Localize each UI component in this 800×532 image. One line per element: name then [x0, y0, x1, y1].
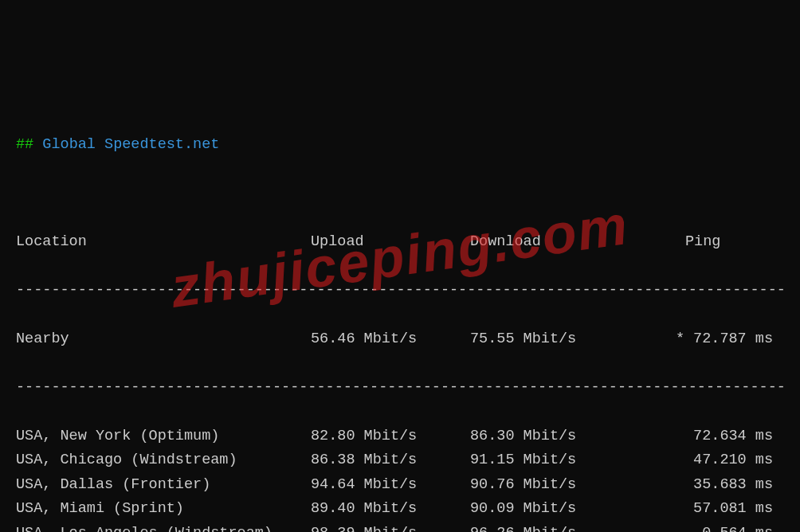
title-hash: ## — [16, 136, 33, 153]
terminal-output: ## Global Speedtest.net LocationUploadDo… — [16, 108, 784, 532]
row-ping: 35.683 ms — [629, 473, 789, 498]
row-ping: 0.564 ms — [629, 522, 789, 532]
table-row: USA, Miami (Sprint)89.40 Mbit/s90.09 Mbi… — [16, 497, 784, 522]
row-upload: 82.80 Mbit/s — [311, 424, 470, 449]
row-location: USA, Los Angeles (Windstream) — [16, 522, 311, 532]
nearby-download: 75.55 Mbit/s — [470, 327, 629, 352]
row-ping: 57.081 ms — [629, 497, 789, 522]
nearby-ping: * 72.787 ms — [629, 327, 789, 352]
row-upload: 86.38 Mbit/s — [311, 448, 470, 473]
table-row: USA, Chicago (Windstream)86.38 Mbit/s91.… — [16, 448, 784, 473]
nearby-row: Nearby56.46 Mbit/s75.55 Mbit/s* 72.787 m… — [16, 327, 784, 352]
table-row: USA, Dallas (Frontier)94.64 Mbit/s90.76 … — [16, 473, 784, 498]
header-location: Location — [16, 230, 311, 255]
table-row: USA, New York (Optimum)82.80 Mbit/s86.30… — [16, 424, 784, 449]
row-location: USA, Miami (Sprint) — [16, 497, 311, 522]
title-text: Global Speedtest.net — [42, 136, 219, 153]
row-location: USA, Dallas (Frontier) — [16, 473, 311, 498]
table-row: USA, Los Angeles (Windstream)98.39 Mbit/… — [16, 522, 784, 532]
row-location: USA, Chicago (Windstream) — [16, 448, 311, 473]
header-upload: Upload — [311, 230, 470, 255]
row-download: 90.76 Mbit/s — [470, 473, 629, 498]
separator-line: ----------------------------------------… — [16, 279, 784, 303]
header-download: Download — [470, 230, 629, 255]
nearby-upload: 56.46 Mbit/s — [311, 327, 470, 352]
nearby-location: Nearby — [16, 327, 311, 352]
row-location: USA, New York (Optimum) — [16, 424, 311, 449]
title-line: ## Global Speedtest.net — [16, 133, 784, 158]
separator-line: ----------------------------------------… — [16, 376, 784, 401]
row-download: 86.30 Mbit/s — [470, 424, 629, 449]
row-upload: 89.40 Mbit/s — [311, 497, 470, 522]
blank-line — [16, 182, 784, 206]
header-row: LocationUploadDownloadPing — [16, 230, 784, 255]
row-upload: 94.64 Mbit/s — [311, 473, 470, 498]
row-download: 90.09 Mbit/s — [470, 497, 629, 522]
row-upload: 98.39 Mbit/s — [311, 522, 470, 532]
row-ping: 47.210 ms — [629, 448, 789, 473]
row-download: 96.26 Mbit/s — [470, 522, 629, 532]
header-ping: Ping — [629, 230, 789, 255]
row-ping: 72.634 ms — [629, 424, 789, 449]
row-download: 91.15 Mbit/s — [470, 448, 629, 473]
